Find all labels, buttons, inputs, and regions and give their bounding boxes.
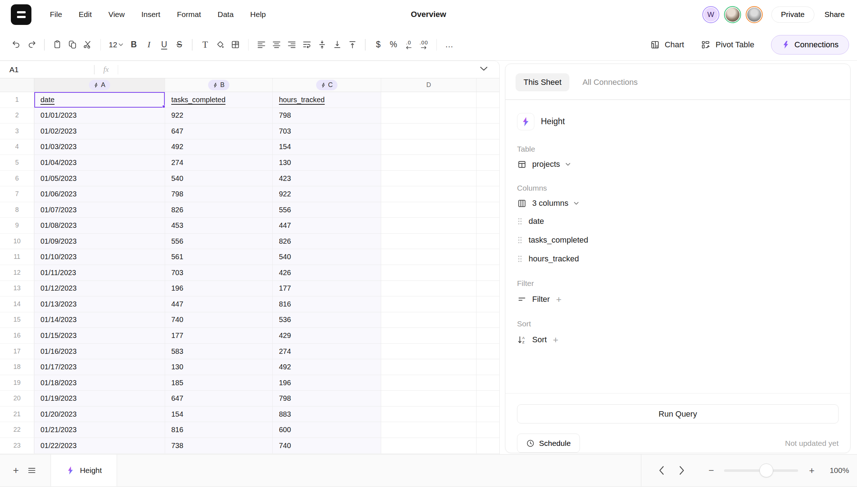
column-header-extra[interactable] [477, 78, 500, 92]
cell-A2[interactable]: 01/01/2023 [34, 108, 165, 124]
sort-row[interactable]: AZ Sort + [517, 334, 839, 346]
row-header[interactable]: 21 [0, 407, 34, 422]
column-header-D[interactable]: D [381, 78, 477, 92]
cell-A21[interactable]: 01/20/2023 [34, 407, 165, 422]
cell-D17[interactable] [381, 344, 477, 360]
cell-X2[interactable] [477, 108, 500, 124]
cell-C10[interactable]: 826 [273, 234, 381, 249]
row-header[interactable]: 6 [0, 171, 34, 187]
row-header[interactable]: 2 [0, 108, 34, 124]
cell-C6[interactable]: 423 [273, 171, 381, 187]
cell-X1[interactable] [477, 92, 500, 108]
row-header[interactable]: 9 [0, 218, 34, 234]
chart-button[interactable]: Chart [650, 40, 684, 50]
menu-item-data[interactable]: Data [209, 6, 242, 22]
sheet-tab-height[interactable]: Height [51, 455, 117, 486]
cell-D7[interactable] [381, 186, 477, 202]
cell-D23[interactable] [381, 438, 477, 454]
cell-B4[interactable]: 492 [165, 139, 273, 155]
cell-A16[interactable]: 01/15/2023 [34, 328, 165, 344]
zoom-slider-thumb[interactable] [759, 464, 773, 477]
cell-A19[interactable]: 01/18/2023 [34, 375, 165, 391]
cell-X23[interactable] [477, 438, 500, 454]
cell-X22[interactable] [477, 422, 500, 438]
cell-D16[interactable] [381, 328, 477, 344]
menu-item-format[interactable]: Format [169, 6, 210, 22]
cell-A15[interactable]: 01/14/2023 [34, 312, 165, 328]
align-right-button[interactable] [284, 37, 299, 52]
avatar[interactable]: W [702, 6, 719, 23]
fill-handle[interactable] [162, 105, 165, 108]
cell-A13[interactable]: 01/12/2023 [34, 281, 165, 297]
cell-X6[interactable] [477, 171, 500, 187]
cell-X13[interactable] [477, 281, 500, 297]
cell-D9[interactable] [381, 218, 477, 234]
cell-B14[interactable]: 447 [165, 296, 273, 312]
tab-this-sheet[interactable]: This Sheet [516, 73, 569, 91]
pivot-table-button[interactable]: Pivot Table [701, 40, 754, 50]
prev-sheet-button[interactable] [654, 462, 669, 478]
cell-D2[interactable] [381, 108, 477, 124]
cell-X8[interactable] [477, 202, 500, 218]
cell-B2[interactable]: 922 [165, 108, 273, 124]
formula-bar-expand-icon[interactable] [480, 66, 488, 71]
connection-row[interactable]: Height [517, 113, 839, 130]
cell-C13[interactable]: 177 [273, 281, 381, 297]
cell-A9[interactable]: 01/08/2023 [34, 218, 165, 234]
filter-row[interactable]: Filter + [517, 294, 839, 305]
row-header[interactable]: 12 [0, 265, 34, 281]
cell-B22[interactable]: 816 [165, 422, 273, 438]
cell-X14[interactable] [477, 296, 500, 312]
cell-D3[interactable] [381, 123, 477, 139]
cell-C9[interactable]: 447 [273, 218, 381, 234]
cell-D1[interactable] [381, 92, 477, 108]
column-item-hours_tracked[interactable]: hours_tracked [517, 253, 839, 265]
cell-D18[interactable] [381, 359, 477, 375]
cell-D13[interactable] [381, 281, 477, 297]
cell-A3[interactable]: 01/02/2023 [34, 123, 165, 139]
menu-item-file[interactable]: File [42, 6, 70, 22]
cell-X15[interactable] [477, 312, 500, 328]
avatar[interactable] [724, 6, 741, 23]
cell-C2[interactable]: 798 [273, 108, 381, 124]
cell-C16[interactable]: 429 [273, 328, 381, 344]
column-item-date[interactable]: date [517, 216, 839, 227]
column-header-B[interactable]: B [165, 78, 273, 92]
add-sheet-button[interactable]: + [8, 462, 24, 478]
increase-decimal-button[interactable]: .00 [416, 37, 431, 52]
cell-B11[interactable]: 561 [165, 249, 273, 265]
cell-B23[interactable]: 738 [165, 438, 273, 454]
cell-B13[interactable]: 196 [165, 281, 273, 297]
cell-D4[interactable] [381, 139, 477, 155]
cell-C1[interactable]: hours_tracked [273, 92, 381, 108]
row-header[interactable]: 15 [0, 312, 34, 328]
columns-select[interactable]: 3 columns [517, 199, 839, 208]
row-header[interactable]: 16 [0, 328, 34, 344]
drag-handle-icon[interactable] [517, 217, 523, 226]
cut-button[interactable] [80, 37, 95, 52]
align-left-button[interactable] [254, 37, 269, 52]
cell-B20[interactable]: 647 [165, 391, 273, 407]
drag-handle-icon[interactable] [517, 236, 523, 244]
cell-A18[interactable]: 01/17/2023 [34, 359, 165, 375]
table-select[interactable]: projects [517, 160, 839, 169]
align-top-button[interactable] [345, 37, 360, 52]
cell-B15[interactable]: 740 [165, 312, 273, 328]
row-header[interactable]: 20 [0, 391, 34, 407]
zoom-out-button[interactable]: − [709, 465, 714, 476]
row-header[interactable]: 13 [0, 281, 34, 297]
cell-X10[interactable] [477, 234, 500, 249]
cell-C15[interactable]: 536 [273, 312, 381, 328]
cell-A11[interactable]: 01/10/2023 [34, 249, 165, 265]
cell-C17[interactable]: 274 [273, 344, 381, 360]
cell-B17[interactable]: 583 [165, 344, 273, 360]
italic-button[interactable]: I [141, 37, 156, 52]
row-header[interactable]: 1 [0, 92, 34, 108]
row-header[interactable]: 11 [0, 249, 34, 265]
cell-C12[interactable]: 426 [273, 265, 381, 281]
cell-A7[interactable]: 01/06/2023 [34, 186, 165, 202]
cell-D6[interactable] [381, 171, 477, 187]
percent-format-button[interactable]: % [386, 37, 401, 52]
cell-X18[interactable] [477, 359, 500, 375]
cell-A20[interactable]: 01/19/2023 [34, 391, 165, 407]
